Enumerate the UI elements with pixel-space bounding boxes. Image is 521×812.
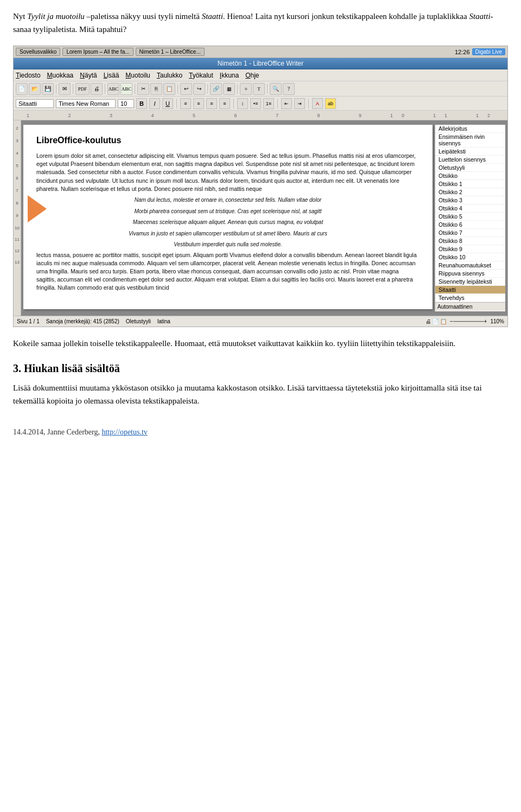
toolbar-undo[interactable]: ↩ <box>180 83 192 95</box>
toolbar-hyperlink[interactable]: 🔗 <box>210 83 222 95</box>
footer-link[interactable]: http://opetus.tv <box>101 428 147 436</box>
style-item-riippuva[interactable]: Riippuva sisennys <box>435 270 505 278</box>
style-item-otsikko3[interactable]: Otsikko 3 <box>435 196 505 204</box>
taskbar-item-lorem[interactable]: Lorem Ipsum – All the fa... <box>62 48 133 56</box>
toolbar-sep3 <box>105 84 105 94</box>
toolbar-find[interactable]: 🔍 <box>270 83 282 95</box>
style-item-reunahuomautukset[interactable]: Reunahuomautukset <box>435 261 505 270</box>
style-item-tervehdys[interactable]: Tervehdys <box>435 294 505 302</box>
arrow-indicator <box>28 195 47 222</box>
style-selector[interactable] <box>16 99 54 108</box>
doc-para2: lectus massa, posuere ac porttitor matti… <box>36 251 420 292</box>
toolbar-open[interactable]: 📂 <box>29 83 41 95</box>
toolbar-new[interactable]: 📄 <box>16 83 28 95</box>
style-item-otsikko10[interactable]: Otsikko 10 <box>435 253 505 261</box>
style-item-allekirjoitus[interactable]: Allekirjoitus <box>435 125 505 133</box>
toolbar-spell2[interactable]: ABC <box>120 83 132 95</box>
taskbar-item-menu[interactable]: Sovellusvalikko <box>16 48 60 56</box>
status-page: Sivu 1 / 1 <box>17 318 40 324</box>
styles-panel-bottom: Automaattinen <box>435 302 505 311</box>
menu-nayta[interactable]: Näytä <box>80 72 97 79</box>
align-right[interactable]: ≡ <box>206 98 217 109</box>
menu-tiedosto[interactable]: Tiedosto <box>16 72 41 79</box>
list-ordered[interactable]: 1≡ <box>263 98 274 109</box>
style-item-otsikko[interactable]: Otsikko <box>435 172 505 180</box>
doc-italic2: Morbi pharetra consequat sem ut tristiqu… <box>36 208 420 216</box>
indent-increase[interactable]: ⇥ <box>294 98 305 109</box>
body-para1: Kokeile samaa jollekin toiselle tekstika… <box>13 337 508 350</box>
status-icons: 🖨 📄 📋 <box>425 318 447 324</box>
menu-ohje[interactable]: Ohje <box>245 72 259 79</box>
align-left[interactable]: ≡ <box>180 98 191 109</box>
style-item-otsikko1[interactable]: Otsikko 1 <box>435 180 505 188</box>
lo-titlebar: Nimetön 1 - LibreOffice Writer <box>14 58 507 69</box>
paragraph-spacing[interactable]: ↕ <box>237 98 248 109</box>
style-item-sisennetty[interactable]: Sisennetty leipäteksti <box>435 278 505 286</box>
highlight-color[interactable]: ab <box>325 98 336 109</box>
lo-styles-panel: Allekirjoitus Ensimmäisen rivin sisennys… <box>435 125 505 311</box>
toolbar-email[interactable]: ✉ <box>59 83 71 95</box>
font-selector[interactable] <box>56 99 116 108</box>
toolbar-sep2 <box>73 84 73 94</box>
indent-decrease[interactable]: ⇤ <box>281 98 292 109</box>
zoom-slider[interactable]: −────────+ <box>450 318 487 324</box>
toolbar-help[interactable]: ? <box>283 83 295 95</box>
lo-titlebar-text: Nimetön 1 - LibreOffice Writer <box>218 60 303 67</box>
toolbar-print[interactable]: 🖨 <box>91 83 103 95</box>
style-item-oletustyyli[interactable]: Oletustyyli <box>435 164 505 172</box>
style-item-leipateksti[interactable]: Leipäteksti <box>435 148 505 156</box>
toolbar-redo[interactable]: ↪ <box>193 83 205 95</box>
list-unordered[interactable]: •≡ <box>250 98 261 109</box>
style-item-otsikko5[interactable]: Otsikko 5 <box>435 213 505 221</box>
font-size-input[interactable] <box>118 99 134 108</box>
taskbar-item-writer[interactable]: Nimetön 1 – LibreOffice... <box>136 48 205 56</box>
doc-italic3: Maecenas scelerisque aliquam aliquet. Ae… <box>36 219 420 227</box>
libreoffice-window: Nimetön 1 - LibreOffice Writer Tiedosto … <box>14 58 507 327</box>
intro-paragraph: Nyt Tyylit ja muotoilu –paletissa näkyy … <box>13 10 508 36</box>
toolbar-sep8 <box>267 84 268 94</box>
arrow-right-icon <box>28 195 47 222</box>
toolbar-spell[interactable]: ABC <box>107 83 119 95</box>
menu-taulukko[interactable]: Taulukko <box>157 72 182 79</box>
doc-italic4: Vivamus in justo et sapien ullamcorper v… <box>36 230 420 238</box>
style-item-ensimmainen[interactable]: Ensimmäisen rivin sisennys <box>435 133 505 148</box>
lo-left-ruler: 2 3 4 5 6 7 8 9 10 11 12 13 <box>14 120 21 316</box>
menu-tyokalut[interactable]: Työkalut <box>189 72 213 79</box>
style-item-otsikko4[interactable]: Otsikko 4 <box>435 204 505 213</box>
format-sep2 <box>233 99 234 108</box>
style-item-otsikko2[interactable]: Otsikko 2 <box>435 188 505 196</box>
font-color-A[interactable]: A <box>312 98 323 109</box>
toolbar-copy[interactable]: ⎘ <box>150 83 162 95</box>
underline-button[interactable]: U <box>162 98 173 109</box>
style-item-otsikko6[interactable]: Otsikko 6 <box>435 221 505 229</box>
lo-document-page[interactable]: LibreOffice-koulutus Lorem ipsum dolor s… <box>23 125 433 309</box>
toolbar-sep7 <box>237 84 238 94</box>
bold-button[interactable]: B <box>136 98 147 109</box>
style-item-otsikko8[interactable]: Otsikko 8 <box>435 237 505 245</box>
toolbar-save[interactable]: 💾 <box>42 83 54 95</box>
screenshot-container: Sovellusvalikko Lorem Ipsum – All the fa… <box>13 46 508 327</box>
format-sep4 <box>308 99 309 108</box>
doc-para1: Lorem ipsum dolor sit amet, consectetur … <box>36 152 420 193</box>
menu-muokkaa[interactable]: Muokkaa <box>47 72 74 79</box>
style-item-otsikko9[interactable]: Otsikko 9 <box>435 245 505 253</box>
style-item-luettelo[interactable]: Luettelon sisennys <box>435 156 505 164</box>
toolbar-more2[interactable]: T <box>253 83 265 95</box>
style-item-sitaatti[interactable]: Sitaatti <box>435 286 505 294</box>
toolbar-pdf[interactable]: PDF <box>75 83 90 95</box>
lo-menubar: Tiedosto Muokkaa Näytä Lisää Muotoilu Ta… <box>14 69 507 81</box>
toolbar-cut[interactable]: ✂ <box>137 83 149 95</box>
body-section: Kokeile samaa jollekin toiselle tekstika… <box>0 337 521 407</box>
style-item-otsikko7[interactable]: Otsikko 7 <box>435 229 505 237</box>
toolbar-table[interactable]: ▦ <box>223 83 235 95</box>
toolbar-paste[interactable]: 📋 <box>163 83 175 95</box>
menu-muotoilu[interactable]: Muotoilu <box>125 72 150 79</box>
menu-ikkuna[interactable]: Ikkuna <box>220 72 239 79</box>
align-justify[interactable]: ≡ <box>219 98 230 109</box>
status-lang: latina <box>157 318 170 324</box>
align-center[interactable]: ≡ <box>193 98 204 109</box>
menu-lisaa[interactable]: Lisää <box>104 72 119 79</box>
statusbar-right: 🖨 📄 📋 −────────+ 110% <box>425 318 505 324</box>
italic-button[interactable]: I <box>149 98 160 109</box>
toolbar-more1[interactable]: ≡ <box>240 83 252 95</box>
